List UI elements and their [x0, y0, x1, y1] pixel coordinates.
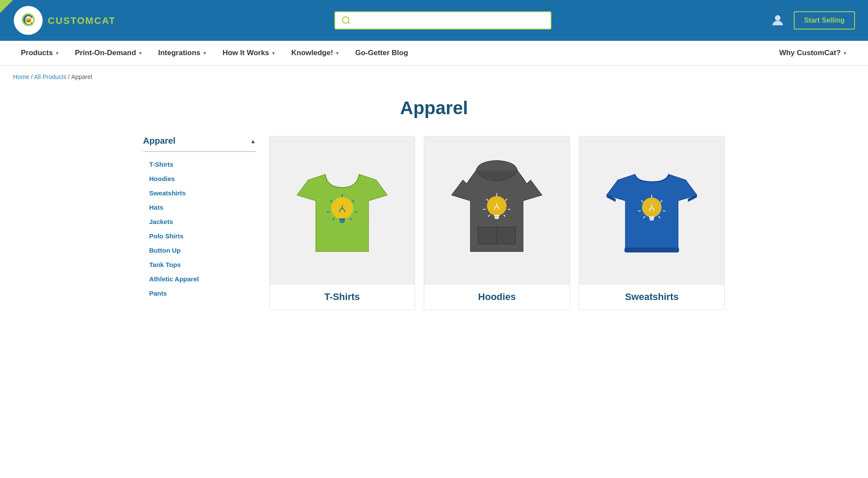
sidebar-item-tshirts[interactable]: T-Shirts: [143, 157, 256, 171]
product-label-hoodies: Hoodies: [424, 284, 570, 310]
header: C 🐱 CUSTOMCAT Start Selling: [0, 0, 868, 41]
nav-item-integrations[interactable]: Integrations ▼: [150, 41, 215, 65]
search-icon: [341, 16, 351, 25]
nav-arrow-knowledge: ▼: [335, 51, 340, 56]
product-card-sweatshirts[interactable]: Sweatshirts: [579, 136, 725, 310]
svg-text:🐱: 🐱: [25, 16, 33, 24]
tshirt-image: [286, 145, 399, 275]
search-input[interactable]: [355, 16, 545, 24]
svg-rect-11: [340, 221, 344, 223]
search-container: [334, 11, 551, 30]
nav-item-pod[interactable]: Print-On-Demand ▼: [67, 41, 151, 65]
hoodie-image: [440, 145, 553, 275]
breadcrumb-current: Apparel: [71, 73, 92, 80]
main-content: Apparel ▲ T-Shirts Hoodies Sweatshirts H…: [130, 136, 738, 327]
start-selling-button[interactable]: Start Selling: [794, 11, 855, 30]
sidebar-item-sweatshirts[interactable]: Sweatshirts: [143, 186, 256, 200]
search-box: [334, 11, 551, 30]
page-title: Apparel: [0, 85, 868, 136]
nav-item-knowledge[interactable]: Knowledge! ▼: [284, 41, 347, 65]
svg-rect-37: [650, 219, 654, 221]
product-grid: T-Shirts: [269, 136, 725, 310]
svg-rect-22: [494, 215, 500, 216]
sidebar-header: Apparel ▲: [143, 136, 256, 152]
nav-arrow-why: ▼: [843, 51, 847, 56]
nav-arrow-how-it-works: ▼: [271, 51, 276, 56]
svg-line-5: [348, 22, 350, 24]
product-card-hoodies[interactable]: Hoodies: [424, 136, 570, 310]
logo-text: CUSTOMCAT: [48, 15, 116, 26]
svg-rect-32: [625, 248, 679, 252]
sidebar-collapse-arrow[interactable]: ▲: [250, 138, 256, 145]
svg-rect-35: [649, 217, 655, 218]
svg-point-6: [775, 16, 780, 20]
nav-arrow-integrations: ▼: [203, 51, 207, 56]
nav-item-blog[interactable]: Go-Getter Blog: [347, 41, 416, 65]
nav-item-how-it-works[interactable]: How It Works ▼: [215, 41, 283, 65]
sidebar-item-hoodies[interactable]: Hoodies: [143, 171, 256, 186]
breadcrumb-home[interactable]: Home: [13, 73, 29, 80]
sidebar-item-pants[interactable]: Pants: [143, 286, 256, 300]
svg-rect-10: [340, 220, 345, 221]
product-image-hoodies: [424, 136, 570, 284]
sidebar-title: Apparel: [143, 136, 175, 146]
product-label-tshirts: T-Shirts: [270, 284, 415, 310]
svg-rect-9: [339, 218, 346, 220]
product-label-sweatshirts: Sweatshirts: [579, 284, 725, 310]
nav-item-products[interactable]: Products ▼: [13, 41, 67, 65]
breadcrumb: Home / All Products / Apparel: [0, 66, 868, 85]
sidebar-item-tank-tops[interactable]: Tank Tops: [143, 257, 256, 272]
breadcrumb-all-products[interactable]: All Products: [34, 73, 66, 80]
corner-ribbon: [0, 0, 13, 13]
sidebar-item-jackets[interactable]: Jackets: [143, 214, 256, 229]
sidebar-list: T-Shirts Hoodies Sweatshirts Hats Jacket…: [143, 157, 256, 300]
nav-arrow-pod: ▼: [138, 51, 142, 56]
header-right: Start Selling: [770, 11, 855, 30]
sidebar-item-button-up[interactable]: Button Up: [143, 243, 256, 257]
sweatshirt-image: [595, 145, 708, 275]
product-card-tshirts[interactable]: T-Shirts: [269, 136, 416, 310]
product-image-tshirts: [270, 136, 415, 284]
sidebar: Apparel ▲ T-Shirts Hoodies Sweatshirts H…: [143, 136, 256, 310]
logo[interactable]: C 🐱 CUSTOMCAT: [13, 5, 116, 36]
product-image-sweatshirts: [579, 136, 725, 284]
navigation: Products ▼ Print-On-Demand ▼ Integration…: [0, 41, 868, 66]
svg-rect-24: [495, 218, 499, 219]
logo-icon: C 🐱: [13, 5, 43, 36]
svg-rect-23: [495, 216, 499, 218]
nav-item-why[interactable]: Why CustomCat? ▼: [771, 41, 855, 65]
svg-rect-36: [650, 218, 654, 219]
user-icon[interactable]: [770, 13, 785, 28]
sidebar-item-hats[interactable]: Hats: [143, 200, 256, 214]
sidebar-item-polo-shirts[interactable]: Polo Shirts: [143, 229, 256, 243]
sidebar-item-athletic-apparel[interactable]: Athletic Apparel: [143, 272, 256, 286]
nav-arrow-products: ▼: [55, 51, 59, 56]
